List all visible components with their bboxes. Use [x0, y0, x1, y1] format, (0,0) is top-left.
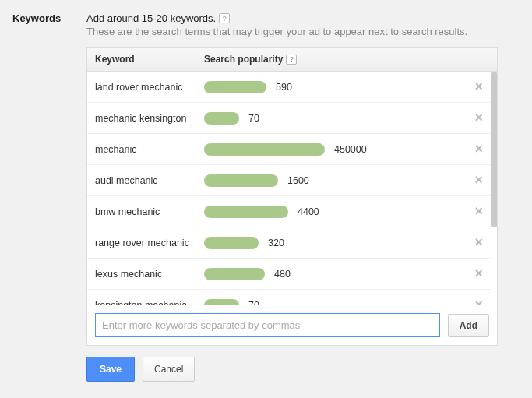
remove-icon[interactable]: × [469, 110, 483, 126]
popularity-cell: 590 [204, 81, 469, 93]
table-row: range rover mechanic320× [87, 227, 491, 259]
popularity-value: 70 [248, 300, 259, 306]
popularity-bar [204, 81, 266, 93]
instruction-text: Add around 15-20 keywords. [86, 12, 216, 24]
help-icon[interactable]: ? [219, 13, 230, 23]
table-row: land rover mechanic590× [87, 72, 491, 103]
save-button[interactable]: Save [86, 357, 135, 382]
remove-icon[interactable]: × [469, 203, 483, 220]
keyword-name: bmw mechanic [95, 206, 204, 217]
header-keyword: Keyword [95, 54, 204, 65]
popularity-value: 320 [268, 238, 284, 248]
keyword-name: land rover mechanic [95, 82, 204, 93]
keyword-name: mechanic [95, 144, 204, 155]
popularity-value: 480 [274, 269, 291, 280]
keyword-input[interactable] [95, 313, 440, 337]
keyword-name: audi mechanic [95, 175, 204, 186]
popularity-value: 590 [276, 82, 292, 93]
header-popularity: Search popularity [204, 54, 283, 65]
popularity-value: 1600 [287, 175, 309, 186]
cancel-button[interactable]: Cancel [143, 357, 195, 382]
popularity-value: 4400 [298, 206, 319, 217]
popularity-bar [204, 299, 239, 306]
popularity-bar [204, 206, 288, 218]
keyword-name: lexus mechanic [95, 269, 204, 280]
table-row: bmw mechanic4400× [87, 196, 491, 227]
popularity-cell: 450000 [204, 143, 469, 156]
remove-icon[interactable]: × [469, 79, 483, 95]
popularity-bar [204, 112, 239, 125]
add-button[interactable]: Add [448, 314, 489, 337]
popularity-cell: 70 [204, 299, 469, 306]
keyword-rows: land rover mechanic590×mechanic kensingt… [87, 72, 497, 305]
help-icon[interactable]: ? [286, 55, 297, 65]
table-header: Keyword Search popularity ? [87, 48, 497, 72]
popularity-bar [204, 143, 325, 156]
remove-icon[interactable]: × [469, 141, 483, 157]
popularity-bar [204, 237, 259, 249]
table-row: audi mechanic1600× [87, 165, 491, 196]
sub-instruction-text: These are the search terms that may trig… [86, 26, 520, 37]
popularity-bar [204, 268, 265, 280]
table-row: mechanic kensington70× [87, 103, 491, 134]
popularity-value: 450000 [334, 144, 367, 155]
keywords-panel: Keyword Search popularity ? land rover m… [86, 47, 498, 346]
remove-icon[interactable]: × [469, 297, 483, 305]
popularity-cell: 1600 [204, 174, 469, 187]
popularity-cell: 70 [204, 112, 469, 125]
popularity-bar [204, 174, 278, 187]
remove-icon[interactable]: × [469, 172, 483, 188]
popularity-cell: 4400 [204, 206, 469, 218]
popularity-value: 70 [248, 113, 259, 124]
keyword-name: kensington mechanic [95, 300, 204, 306]
table-row: kensington mechanic70× [87, 290, 491, 305]
keyword-name: range rover mechanic [95, 238, 204, 248]
popularity-cell: 480 [204, 268, 469, 280]
table-row: lexus mechanic480× [87, 259, 491, 290]
table-row: mechanic450000× [87, 134, 491, 165]
scrollbar[interactable] [491, 72, 497, 227]
keyword-name: mechanic kensington [95, 113, 204, 124]
remove-icon[interactable]: × [469, 266, 483, 282]
section-label: Keywords [12, 12, 86, 382]
popularity-cell: 320 [204, 237, 469, 249]
remove-icon[interactable]: × [469, 234, 483, 251]
